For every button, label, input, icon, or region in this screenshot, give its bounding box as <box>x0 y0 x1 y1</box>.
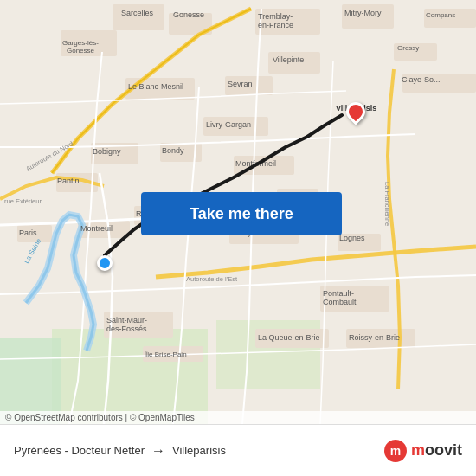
svg-text:La Francilienne: La Francilienne <box>383 182 391 226</box>
svg-text:Le Blanc-Mesnil: Le Blanc-Mesnil <box>128 82 183 91</box>
svg-text:Bondy: Bondy <box>162 146 184 155</box>
arrow-icon: → <box>151 443 165 459</box>
svg-text:Pontault-: Pontault- <box>323 289 354 298</box>
svg-text:Gressy: Gressy <box>397 44 419 52</box>
svg-text:Saint-Maur-: Saint-Maur- <box>106 316 147 325</box>
destination-pin <box>342 98 369 125</box>
svg-rect-1 <box>52 329 208 424</box>
svg-text:Lognes: Lognes <box>339 234 365 242</box>
svg-text:Gonesse: Gonesse <box>173 10 204 19</box>
svg-text:Paris: Paris <box>19 228 37 237</box>
svg-text:Roissy-en-Brie: Roissy-en-Brie <box>349 333 400 342</box>
svg-text:Claye-So...: Claye-So... <box>402 75 441 84</box>
svg-text:Montreuil: Montreuil <box>80 224 113 233</box>
moovit-wordmark: mmoovitoovit <box>411 441 462 460</box>
map-container: Sarcelles Garges-lès- Gonesse Gonesse Tr… <box>0 0 476 424</box>
svg-text:Livry-Gargan: Livry-Gargan <box>206 120 251 129</box>
svg-text:rue Extérieur: rue Extérieur <box>4 197 42 205</box>
svg-text:Île Brise-Pain: Île Brise-Pain <box>145 351 187 358</box>
svg-text:en-France: en-France <box>258 21 293 29</box>
svg-text:Bobigny: Bobigny <box>93 147 121 156</box>
svg-text:Pantin: Pantin <box>57 177 80 185</box>
svg-text:des-Fossés: des-Fossés <box>106 325 147 333</box>
take-me-there-button[interactable]: Take me there <box>141 192 342 235</box>
svg-text:Villepinte: Villepinte <box>273 55 304 64</box>
svg-text:Sevran: Sevran <box>228 80 253 88</box>
destination-marker <box>346 102 365 121</box>
svg-text:Autoroute de l'Est: Autoroute de l'Est <box>186 275 238 283</box>
svg-text:Garges-lès-: Garges-lès- <box>62 39 99 47</box>
destination-label: Villeparisis <box>172 444 226 457</box>
origin-marker <box>97 255 113 271</box>
svg-text:Compans: Compans <box>426 11 455 19</box>
svg-text:Montfermeil: Montfermeil <box>235 159 276 168</box>
svg-text:Sarcelles: Sarcelles <box>121 9 154 17</box>
svg-text:Mitry-Mory: Mitry-Mory <box>344 9 382 17</box>
moovit-logo-icon: m <box>383 439 408 463</box>
map-attribution: © OpenStreetMap contributors | © OpenMap… <box>0 411 476 424</box>
svg-text:La Queue-en-Brie: La Queue-en-Brie <box>258 333 320 342</box>
svg-text:Tremblay-: Tremblay- <box>258 12 293 21</box>
route-info: Pyrénées - Docteur Netter → Villeparisis <box>14 443 226 459</box>
moovit-logo: m mmoovitoovit <box>383 439 462 463</box>
bottom-bar: Pyrénées - Docteur Netter → Villeparisis… <box>0 424 476 476</box>
svg-text:Gonesse: Gonesse <box>67 47 95 55</box>
origin-label: Pyrénées - Docteur Netter <box>14 444 145 457</box>
svg-text:Combault: Combault <box>323 298 357 306</box>
svg-text:m: m <box>390 444 401 458</box>
